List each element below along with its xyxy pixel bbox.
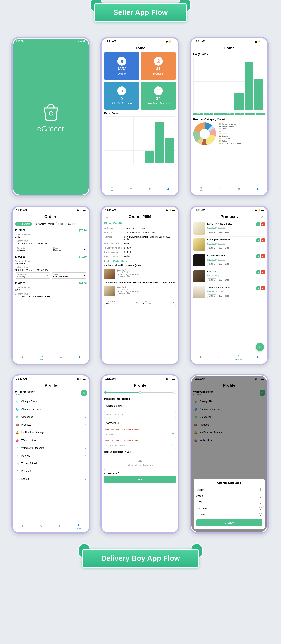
back-button[interactable]: ← [105, 215, 109, 220]
menu-item[interactable]: ↗Withdrawal Requests› [15, 444, 87, 452]
status-select[interactable]: StatusAwaiting Payment [52, 272, 87, 279]
menu-icon: 🌐 [16, 408, 19, 411]
nav-orders[interactable]: 🛍 [39, 524, 43, 528]
nav-products[interactable]: ▦ [58, 524, 62, 528]
nav-orders[interactable]: 🛍Orders [39, 354, 44, 360]
stat-lowstock[interactable]: 34Low Stock Products [141, 82, 176, 110]
nav-products[interactable]: ▦ [59, 355, 63, 359]
edit-button[interactable]: ✎ [256, 222, 260, 226]
address-proof-label: Address Proof [104, 472, 176, 474]
stat-soldout[interactable]: 0Sold Out Products [104, 82, 139, 110]
product-card[interactable]: Tom Ford Black Orchid ✎🗑 $88.00$110.00 5… [193, 284, 265, 300]
nav-home[interactable]: 🏠Home [199, 186, 204, 192]
confirm-password-input[interactable]: Confirm Password👁 [104, 442, 176, 449]
lang-option[interactable]: Ukrainian [196, 505, 262, 511]
chevron-right-icon: › [85, 462, 86, 465]
nav-profile[interactable]: 👤 [256, 187, 260, 191]
back-button[interactable]: ← [105, 384, 109, 388]
nav-orders[interactable]: 🛍 [216, 355, 220, 359]
nav-profile[interactable]: 👤 [256, 355, 260, 359]
delivery-boy-select[interactable]: Delivery BoyNot assign [15, 272, 50, 279]
unit-select[interactable]: 50 ML ▾ [207, 262, 216, 266]
nav-home[interactable]: 🏠Home [110, 186, 114, 192]
svg-text:P: P [158, 60, 159, 62]
nav-home[interactable]: 🏠 [20, 355, 24, 359]
unit-select[interactable]: 50 ML ▾ [207, 246, 216, 250]
nav-products[interactable]: ▦ [237, 187, 241, 191]
nav-profile[interactable]: 👤 [166, 187, 170, 191]
menu-item[interactable]: 📄Terms of Service› [15, 460, 87, 468]
product-card[interactable]: Kama Ayurveda Bringa... ✎🗑 $220.00$275.0… [193, 220, 265, 236]
bag-icon: 🛍 [129, 187, 133, 191]
delete-button[interactable]: 🗑 [261, 270, 265, 274]
menu-item[interactable]: ▦Categories› [15, 413, 87, 421]
password-input[interactable]: Password👁 [104, 431, 176, 438]
add-product-fab[interactable]: + [256, 343, 264, 351]
filter-icon[interactable]: ⚗ [261, 216, 264, 220]
nav-profile[interactable]: 👤Profile [76, 523, 81, 529]
edit-button[interactable]: ✎ [256, 270, 260, 274]
product-card[interactable]: Dior Jadore ✎🗑 $220.00$275.00 50 ML ▾Sto… [193, 268, 265, 284]
nav-products[interactable]: ▦Products [234, 354, 242, 360]
change-button[interactable]: Change [196, 519, 262, 526]
edit-button[interactable]: ✎ [256, 286, 260, 290]
edit-profile-button[interactable]: ✎ [81, 390, 87, 396]
delivery-boy-select[interactable]: Delivery BoyNot assign [15, 246, 50, 252]
menu-item[interactable]: ↪Logout› [15, 475, 87, 483]
item-image [104, 269, 115, 280]
svg-rect-12 [157, 90, 158, 91]
next-button[interactable]: Next [104, 476, 176, 483]
filter-received[interactable]: 📦Received [58, 222, 74, 226]
unit-select[interactable]: 50 ML ▾ [207, 230, 216, 234]
stat-products[interactable]: P41Products [141, 52, 176, 80]
product-image [193, 270, 206, 282]
status-time: 11:11 AM [194, 40, 205, 43]
nav-products[interactable]: ▦ [148, 187, 152, 191]
menu-item[interactable]: ☆Rate Us› [15, 452, 87, 460]
menu-item[interactable]: 👛Wallet History› [15, 436, 87, 444]
nav-home[interactable]: 🏠 [198, 355, 202, 359]
delete-button[interactable]: 🗑 [261, 254, 265, 258]
edit-button[interactable]: ✎ [256, 238, 260, 242]
phone-splash: 3:19 PM ◧ ▮▮ ⬤ e eGrocer [12, 37, 90, 196]
menu-item[interactable]: 📦Products› [15, 421, 87, 429]
unit-select[interactable]: 50 ML ▾ [207, 278, 216, 282]
lang-option[interactable]: Hindi [196, 499, 262, 505]
delivery-boy-select[interactable]: Delivery BoyNot assign [104, 300, 139, 306]
legend-item: Grains [219, 130, 242, 132]
delete-button[interactable]: 🗑 [261, 238, 265, 242]
product-card[interactable]: Davidoff Perfume ✎🗑 $220.00$275.00 50 ML… [193, 252, 265, 268]
stat-orders[interactable]: 1352Orders [104, 52, 139, 80]
nav-home[interactable]: 🏠 [20, 524, 24, 528]
filter-awaiting[interactable]: ⏱Awaiting Payment [33, 222, 57, 226]
unit-select[interactable]: 50 ML ▾ [207, 294, 216, 298]
status-select[interactable]: StatusReceived [52, 246, 87, 252]
email-input[interactable]: seller@gmail.com [104, 411, 176, 418]
edit-button[interactable]: ✎ [256, 254, 260, 258]
order-row[interactable]: ID #2955$61.60 [15, 280, 87, 286]
lang-option[interactable]: Chinese [196, 511, 262, 517]
menu-item[interactable]: 🔔Notifications Settings› [15, 429, 87, 436]
nav-orders[interactable]: 🛍 [218, 187, 222, 191]
lang-option[interactable]: Arabic [196, 493, 262, 499]
order-row[interactable]: ID #2958$42.50 [15, 254, 87, 260]
eye-icon[interactable]: 👁 [172, 433, 174, 435]
nav-orders[interactable]: 🛍 [129, 187, 133, 191]
filter-all-orders[interactable]: 🛒All Orders [15, 222, 32, 226]
menu-item[interactable]: 🌐Change Language› [15, 406, 87, 413]
nav-profile[interactable]: 👤 [77, 355, 81, 359]
delete-button[interactable]: 🗑 [261, 222, 265, 226]
upload-nid[interactable]: ☁ Upload national id card here [104, 454, 176, 470]
menu-item[interactable]: ◐Change Theme› [15, 398, 87, 406]
phone-input[interactable]: 9876543210 [104, 420, 176, 427]
lang-option[interactable]: English [196, 487, 262, 493]
eye-icon[interactable]: 👁 [172, 444, 174, 446]
order-row[interactable]: ID #2959$73.10 [15, 227, 87, 234]
page-title: Profile [13, 382, 88, 389]
delete-button[interactable]: 🗑 [261, 286, 265, 290]
menu-item[interactable]: 🛡Privacy Policy› [15, 468, 87, 475]
detail-value: Wallet [124, 255, 176, 258]
product-card[interactable]: Urbangabru Ayurvedic ... ✎🗑 $220.00$275.… [193, 236, 265, 252]
status-select[interactable]: StatusReceived [141, 300, 176, 306]
name-input[interactable]: WRTeam Seller [104, 402, 176, 410]
